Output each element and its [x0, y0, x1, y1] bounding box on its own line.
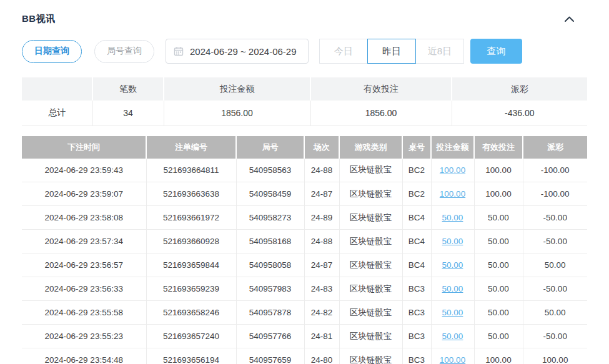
summary-header-payout: 派彩 [452, 77, 587, 101]
table-row: 2024-06-29 23:55:23521693657240540957766… [22, 325, 587, 348]
table-row: 2024-06-29 23:56:33521693659239540957983… [22, 277, 587, 301]
bet-amount-link[interactable]: 100.00 [440, 165, 465, 175]
date-range-input[interactable]: 2024-06-29 ~ 2024-06-29 [166, 39, 309, 64]
bb-video-panel: BB视讯 日期查询 局号查询 [0, 0, 609, 364]
summary-total-label: 总计 [22, 101, 92, 125]
cell-round-id: 540957878 [236, 301, 304, 325]
cell-valid-bet: 100.00 [474, 348, 523, 364]
cell-bet-time: 2024-06-29 23:55:23 [22, 325, 146, 348]
cell-payout: 50.00 [523, 301, 587, 325]
summary-total-payout: -436.00 [452, 101, 587, 125]
table-row: 2024-06-29 23:54:48521693656194540957659… [22, 348, 587, 364]
cell-game-type: 区块链骰宝 [339, 206, 402, 230]
cell-bet-time: 2024-06-29 23:56:57 [22, 253, 146, 277]
cell-order-id: 521693659844 [146, 253, 236, 277]
cell-game-type: 区块链骰宝 [339, 253, 402, 277]
cell-bet-amount: 50.00 [431, 230, 474, 253]
cell-order-id: 521693657240 [146, 325, 236, 348]
cell-order-id: 521693660928 [146, 230, 236, 253]
cell-valid-bet: 50.00 [474, 206, 523, 230]
summary-header-row: 笔数 投注金额 有效投注 派彩 [22, 77, 587, 101]
collapse-button[interactable] [561, 12, 577, 25]
cell-payout: 50.00 [523, 253, 587, 277]
cell-session: 24-88 [304, 159, 339, 182]
round-query-tab[interactable]: 局号查询 [94, 40, 154, 63]
table-row: 2024-06-29 23:56:57521693659844540958058… [22, 253, 587, 277]
table-row: 2024-06-29 23:57:34521693660928540958168… [22, 230, 587, 253]
table-row: 2024-06-29 23:59:07521693663638540958459… [22, 182, 587, 206]
cell-session: 24-88 [304, 230, 339, 253]
cell-table-id: BC3 [402, 348, 431, 364]
cell-valid-bet: 50.00 [474, 253, 523, 277]
cell-bet-time: 2024-06-29 23:58:08 [22, 206, 146, 230]
summary-total-count: 34 [92, 101, 164, 125]
cell-game-type: 区块链骰宝 [339, 348, 402, 364]
filter-bar: 日期查询 局号查询 2024-06-29 ~ 2024-06-29 今日 [22, 39, 587, 64]
cell-order-id: 521693659239 [146, 277, 236, 301]
bet-amount-link[interactable]: 50.00 [442, 213, 463, 222]
cell-bet-time: 2024-06-29 23:59:07 [22, 182, 146, 206]
bet-amount-link[interactable]: 50.00 [442, 284, 463, 293]
cell-bet-amount: 50.00 [431, 301, 474, 325]
quick-yesterday-button[interactable]: 昨日 [367, 39, 416, 64]
bet-amount-link[interactable]: 50.00 [442, 332, 463, 341]
cell-bet-amount: 50.00 [431, 277, 474, 301]
cell-bet-amount: 50.00 [431, 325, 474, 348]
cell-game-type: 区块链骰宝 [339, 301, 402, 325]
bet-amount-link[interactable]: 50.00 [442, 308, 463, 317]
summary-header-bet-amount: 投注金额 [164, 77, 310, 101]
cell-order-id: 521693664811 [146, 159, 236, 182]
column-header-session: 场次 [304, 136, 339, 159]
cell-payout: -100.00 [523, 159, 587, 182]
cell-table-id: BC2 [402, 159, 431, 182]
summary-header-count: 笔数 [92, 77, 164, 101]
bet-table: 下注时间注单编号局号场次游戏类别桌号投注金额有效投注派彩 2024-06-29 … [22, 136, 587, 364]
cell-order-id: 521693658246 [146, 301, 236, 325]
cell-game-type: 区块链骰宝 [339, 159, 402, 182]
cell-game-type: 区块链骰宝 [339, 325, 402, 348]
cell-round-id: 540957766 [236, 325, 304, 348]
cell-bet-amount: 50.00 [431, 253, 474, 277]
date-query-tab[interactable]: 日期查询 [22, 40, 82, 63]
table-row: 2024-06-29 23:55:58521693658246540957878… [22, 301, 587, 325]
quick-range-group: 今日 昨日 近8日 [319, 39, 464, 64]
cell-payout: -100.00 [523, 182, 587, 206]
column-header-order-id: 注单编号 [146, 136, 236, 159]
column-header-game-type: 游戏类别 [339, 136, 402, 159]
cell-bet-time: 2024-06-29 23:59:43 [22, 159, 146, 182]
cell-game-type: 区块链骰宝 [339, 230, 402, 253]
quick-today-button[interactable]: 今日 [319, 39, 368, 64]
cell-table-id: BC3 [402, 325, 431, 348]
cell-session: 24-83 [304, 277, 339, 301]
cell-bet-time: 2024-06-29 23:57:34 [22, 230, 146, 253]
search-button[interactable]: 查询 [470, 39, 522, 64]
bet-amount-link[interactable]: 50.00 [442, 237, 463, 246]
cell-bet-amount: 50.00 [431, 206, 474, 230]
cell-valid-bet: 50.00 [474, 301, 523, 325]
cell-bet-time: 2024-06-29 23:54:48 [22, 348, 146, 364]
column-header-payout: 派彩 [523, 136, 587, 159]
quick-last8days-button[interactable]: 近8日 [415, 39, 464, 64]
summary-header-valid-bet: 有效投注 [310, 77, 452, 101]
calendar-icon [174, 46, 184, 56]
cell-order-id: 521693663638 [146, 182, 236, 206]
bet-amount-link[interactable]: 50.00 [442, 260, 463, 270]
cell-valid-bet: 100.00 [474, 182, 523, 206]
cell-session: 24-87 [304, 253, 339, 277]
bet-amount-link[interactable]: 100.00 [440, 355, 465, 364]
cell-valid-bet: 50.00 [474, 230, 523, 253]
column-header-round-id: 局号 [236, 136, 304, 159]
bet-amount-link[interactable]: 100.00 [440, 189, 465, 199]
column-header-bet-time: 下注时间 [22, 136, 146, 159]
summary-total-row: 总计 34 1856.00 1856.00 -436.00 [22, 101, 587, 125]
table-row: 2024-06-29 23:58:08521693661972540958273… [22, 206, 587, 230]
cell-session: 24-89 [304, 206, 339, 230]
column-header-table-id: 桌号 [402, 136, 431, 159]
column-header-valid-bet: 有效投注 [474, 136, 523, 159]
cell-round-id: 540957659 [236, 348, 304, 364]
summary-total-valid-bet: 1856.00 [310, 101, 452, 125]
cell-payout: -50.00 [523, 277, 587, 301]
cell-table-id: BC4 [402, 253, 431, 277]
date-range-value: 2024-06-29 ~ 2024-06-29 [190, 46, 297, 57]
cell-payout: -50.00 [523, 325, 587, 348]
